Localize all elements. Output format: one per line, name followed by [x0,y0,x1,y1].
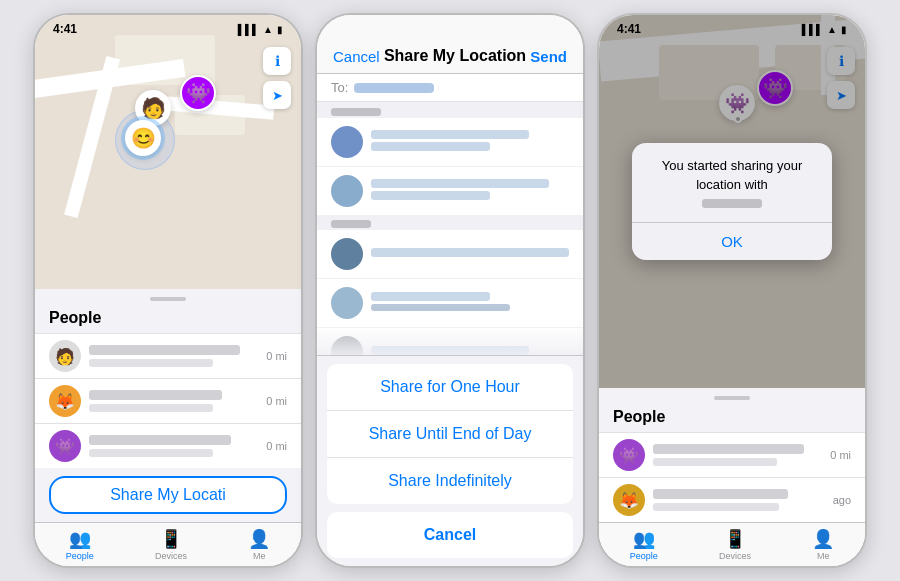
person-distance-2: 0 mi [266,395,287,407]
person-avatar-3: 👾 [49,430,81,462]
tab-devices-1[interactable]: 📱 Devices [155,528,187,561]
to-input-blur [354,83,434,93]
section-header-blur-2 [331,220,371,228]
people-tab-icon: 👥 [69,528,91,550]
person-info-1 [89,345,266,367]
person-avatar-1: 🧑 [49,340,81,372]
contact-row-4[interactable] [317,279,583,327]
map-area-3: ℹ ➤ 👾 👾 You started sharing your locatio… [599,15,865,388]
person-sub-blur-3 [89,449,213,457]
contact-avatar-4 [331,287,363,319]
modal-header: Cancel Share My Location Send [317,15,583,74]
alert-text: You started sharing your location with [632,143,832,222]
people-title-1: People [35,309,301,333]
contact-text-1 [371,130,569,154]
tab-devices-label-3: Devices [719,551,751,561]
contact-blur-sub-2 [371,191,490,200]
share-one-hour-button[interactable]: Share for One Hour [327,364,573,411]
tab-me-label-3: Me [817,551,830,561]
person-row-1[interactable]: 🧑 0 mi [35,333,301,378]
map-avatar-self: 😊 [125,120,161,156]
person-avatar-2: 🦊 [49,385,81,417]
person-row-2[interactable]: 🦊 0 mi [35,378,301,423]
person-info-3-1 [653,444,830,466]
action-sheet-cancel-button[interactable]: Cancel [327,512,573,558]
me-tab-icon: 👤 [248,528,270,550]
me-tab-icon-3: 👤 [812,528,834,550]
person-name-blur-1 [89,345,240,355]
battery-icon: ▮ [277,24,283,35]
location-arrow-button[interactable]: ➤ [263,81,291,109]
people-tab-icon-3: 👥 [633,528,655,550]
phone2-content: Cancel Share My Location Send To: [317,15,583,566]
map-area-1: ℹ ➤ 🧑 👾 😊 [35,15,301,289]
share-location-button[interactable]: Share My Locati [49,476,287,514]
info-button[interactable]: ℹ [263,47,291,75]
contact-blur-name-2 [371,179,549,188]
person-row-3-2[interactable]: 🦊 ago [599,477,865,522]
alert-name-blur [702,199,762,208]
drag-handle-1 [150,297,186,301]
tab-me-1[interactable]: 👤 Me [248,528,270,561]
person-sub-blur-3-2 [653,503,779,511]
phone-1: 4:41 ▌▌▌ ▲ ▮ ℹ ➤ 🧑 👾 😊 People 🧑 [33,13,303,568]
contact-row-2[interactable] [317,167,583,215]
person-avatar-3-2: 🦊 [613,484,645,516]
tab-me-label-1: Me [253,551,266,561]
person-name-blur-3 [89,435,231,445]
tab-people-1[interactable]: 👥 People [66,528,94,561]
contact-blur-sub-4 [371,304,510,311]
person-name-blur-2 [89,390,222,400]
share-end-of-day-button[interactable]: Share Until End of Day [327,411,573,458]
person-info-3 [89,435,266,457]
status-icons-1: ▌▌▌ ▲ ▮ [238,24,283,35]
send-button[interactable]: Send [530,48,567,65]
person-distance-3-2: ago [833,494,851,506]
cancel-button[interactable]: Cancel [333,48,380,65]
bottom-panel-3: People 👾 0 mi 🦊 ago 👥 People 📱 [599,388,865,566]
status-bar-1: 4:41 ▌▌▌ ▲ ▮ [35,15,301,43]
tab-me-3[interactable]: 👤 Me [812,528,834,561]
person-distance-3: 0 mi [266,440,287,452]
person-info-2 [89,390,266,412]
person-row-3-1[interactable]: 👾 0 mi [599,432,865,477]
devices-tab-icon-3: 📱 [724,528,746,550]
to-field[interactable]: To: [317,74,583,102]
time-1: 4:41 [53,22,77,36]
contacts-list[interactable] [317,102,583,355]
person-distance-3-1: 0 mi [830,449,851,461]
contact-blur-name-1 [371,130,529,139]
person-sub-blur-2 [89,404,213,412]
contact-avatar-1 [331,126,363,158]
contact-avatar-2 [331,175,363,207]
alert-overlay: You started sharing your location with O… [599,15,865,388]
tab-bar-3: 👥 People 📱 Devices 👤 Me [599,522,865,566]
alert-box: You started sharing your location with O… [632,143,832,259]
contact-text-2 [371,179,569,203]
person-sub-blur-1 [89,359,213,367]
signal-icon: ▌▌▌ [238,24,259,35]
drag-handle-3 [714,396,750,400]
tab-people-3[interactable]: 👥 People [630,528,658,561]
section-header-blur [331,108,381,116]
person-distance-1: 0 mi [266,350,287,362]
wifi-icon: ▲ [263,24,273,35]
contact-blur-name-4 [371,292,490,301]
tab-people-label-3: People [630,551,658,561]
person-name-blur-3-2 [653,489,788,499]
contact-text-3 [371,248,569,260]
devices-tab-icon: 📱 [160,528,182,550]
alert-ok-button[interactable]: OK [632,223,832,260]
bottom-panel-1: People 🧑 0 mi 🦊 0 mi 👾 0 mi [35,289,301,566]
action-sheet-group: Share for One Hour Share Until End of Da… [327,364,573,504]
share-indefinitely-button[interactable]: Share Indefinitely [327,458,573,504]
tab-devices-3[interactable]: 📱 Devices [719,528,751,561]
contact-text-4 [371,292,569,314]
tab-people-label-1: People [66,551,94,561]
phone-2: Cancel Share My Location Send To: [315,13,585,568]
contact-row-3[interactable] [317,230,583,278]
person-info-3-2 [653,489,833,511]
contact-avatar-3 [331,238,363,270]
person-row-3[interactable]: 👾 0 mi [35,423,301,468]
contact-row-1[interactable] [317,118,583,166]
